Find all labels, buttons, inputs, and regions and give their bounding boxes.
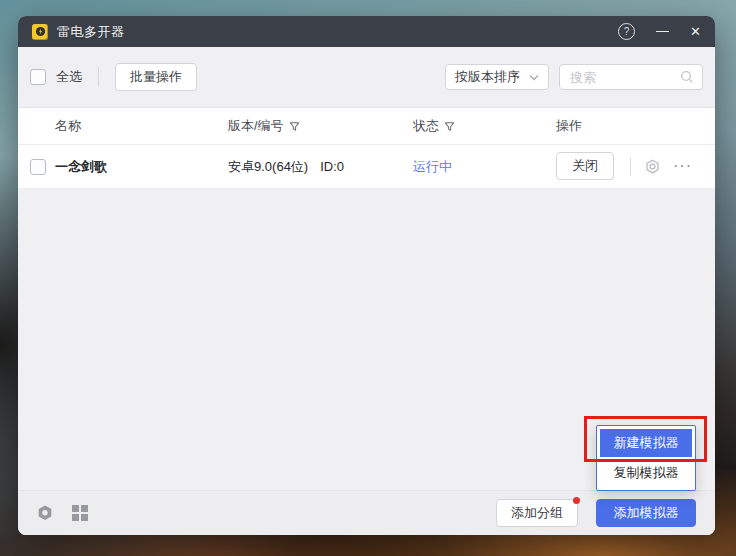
more-actions-icon[interactable]: ··· bbox=[673, 156, 692, 174]
header-version-label: 版本/编号 bbox=[228, 117, 284, 135]
search-icon bbox=[680, 70, 694, 84]
add-group-label: 添加分组 bbox=[511, 504, 563, 522]
emulator-name: 一念剑歌 bbox=[55, 158, 107, 176]
table-row[interactable]: 一念剑歌 安卓9.0(64位) ID:0 运行中 关闭 ··· bbox=[18, 145, 715, 189]
emulator-android-version: 安卓9.0(64位) bbox=[228, 158, 308, 176]
grid-view-icon[interactable] bbox=[72, 505, 88, 521]
search-box bbox=[559, 64, 703, 90]
help-icon[interactable]: ? bbox=[618, 23, 635, 40]
table-header: 名称 版本/编号 状态 操作 bbox=[18, 107, 715, 145]
header-name: 名称 bbox=[55, 117, 81, 135]
row-checkbox[interactable] bbox=[30, 159, 46, 175]
settings-gear-icon[interactable] bbox=[36, 504, 54, 522]
header-action: 操作 bbox=[556, 117, 582, 135]
filter-icon[interactable] bbox=[444, 121, 455, 132]
window-title: 雷电多开器 bbox=[57, 23, 125, 41]
notification-dot bbox=[573, 497, 580, 504]
row-settings-gear-icon[interactable] bbox=[644, 158, 661, 175]
header-version[interactable]: 版本/编号 bbox=[228, 117, 300, 135]
add-group-button[interactable]: 添加分组 bbox=[496, 499, 578, 527]
menu-item-copy-emulator[interactable]: 复制模拟器 bbox=[600, 459, 692, 487]
sort-dropdown[interactable]: 按版本排序 bbox=[445, 64, 549, 90]
toolbar-divider bbox=[98, 67, 99, 87]
add-emulator-popup-menu: 新建模拟器 复制模拟器 bbox=[596, 425, 696, 491]
row-action-divider bbox=[630, 157, 631, 176]
menu-item-new-emulator[interactable]: 新建模拟器 bbox=[600, 429, 692, 457]
select-all-checkbox[interactable] bbox=[30, 69, 46, 85]
stop-emulator-button[interactable]: 关闭 bbox=[556, 152, 614, 180]
title-bar: 雷电多开器 ? ✕ bbox=[18, 16, 715, 47]
batch-action-button[interactable]: 批量操作 bbox=[115, 63, 197, 91]
chevron-down-icon bbox=[529, 74, 539, 81]
window-controls: ? ✕ bbox=[618, 23, 701, 40]
header-status-label: 状态 bbox=[413, 117, 439, 135]
toolbar: 全选 批量操作 按版本排序 bbox=[18, 47, 715, 107]
emulator-id: ID:0 bbox=[320, 159, 344, 174]
select-all-label: 全选 bbox=[56, 68, 82, 86]
header-status[interactable]: 状态 bbox=[413, 117, 455, 135]
add-emulator-button[interactable]: 添加模拟器 bbox=[596, 499, 696, 527]
search-input[interactable] bbox=[568, 69, 674, 86]
minimize-icon[interactable] bbox=[656, 24, 669, 39]
footer-bar: 添加分组 添加模拟器 bbox=[18, 490, 715, 535]
emulator-version: 安卓9.0(64位) ID:0 bbox=[228, 158, 344, 176]
desktop-background: 雷电多开器 ? ✕ 全选 批量操作 按版本排序 bbox=[0, 0, 736, 556]
status-badge: 运行中 bbox=[413, 158, 452, 176]
close-icon[interactable]: ✕ bbox=[690, 25, 701, 38]
app-logo-icon bbox=[32, 24, 48, 40]
filter-icon[interactable] bbox=[289, 121, 300, 132]
sort-dropdown-value: 按版本排序 bbox=[455, 68, 520, 86]
